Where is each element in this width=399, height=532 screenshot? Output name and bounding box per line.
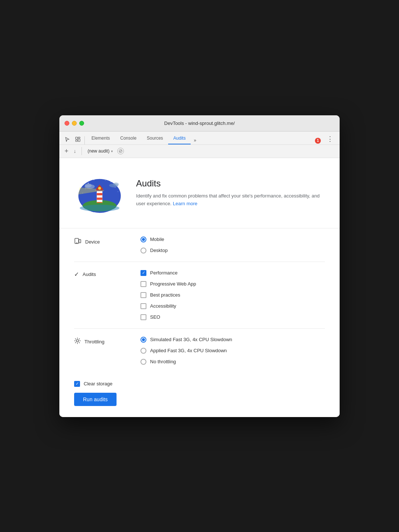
throttling-row: Throttling Simulated Fast 3G, 4x CPU Slo…	[74, 329, 325, 373]
audit-accessibility-checkbox[interactable]	[140, 303, 146, 309]
svg-rect-21	[97, 193, 102, 195]
clear-storage-label: Clear storage	[84, 381, 112, 386]
svg-rect-20	[97, 190, 102, 203]
audit-seo-option[interactable]: SEO	[140, 314, 196, 320]
hero-description: Identify and fix common problems that af…	[136, 192, 325, 208]
audit-bestpractices-option[interactable]: Best practices	[140, 292, 196, 298]
audit-bestpractices-label: Best practices	[150, 292, 180, 298]
audit-pwa-option[interactable]: Progressive Web App	[140, 281, 196, 287]
throttling-none-label: No throttling	[150, 359, 176, 364]
close-button[interactable]	[65, 121, 69, 126]
tab-audits[interactable]: Audits	[168, 133, 191, 144]
window-title: DevTools - wind-sprout.glitch.me/	[164, 120, 235, 126]
titlebar: DevTools - wind-sprout.glitch.me/	[59, 115, 340, 132]
throttling-none-option[interactable]: No throttling	[140, 359, 232, 365]
throttling-text: Throttling	[84, 339, 104, 344]
audit-performance-option[interactable]: ✓ Performance	[140, 270, 196, 276]
audits-options: ✓ Performance Progressive Web App Best p…	[140, 270, 196, 320]
throttling-simulated-label: Simulated Fast 3G, 4x CPU Slowdown	[150, 337, 232, 342]
main-content: Audits Identify and fix common problems …	[59, 158, 340, 417]
audit-performance-label: Performance	[150, 270, 177, 276]
device-mobile-radio[interactable]	[140, 237, 146, 242]
svg-rect-23	[97, 202, 102, 203]
stop-button[interactable]	[117, 148, 124, 154]
svg-rect-31	[76, 243, 77, 243]
throttling-label: Throttling	[74, 337, 133, 346]
learn-more-link[interactable]: Learn more	[173, 201, 197, 206]
traffic-lights	[65, 121, 84, 126]
device-mobile-option[interactable]: Mobile	[140, 237, 168, 242]
device-row: Device Mobile Desktop	[74, 228, 325, 262]
separator2	[81, 147, 82, 155]
audit-bestpractices-checkbox[interactable]	[140, 292, 146, 298]
device-label: Device	[74, 237, 133, 246]
audit-pwa-checkbox[interactable]	[140, 281, 146, 287]
gear-icon	[74, 337, 81, 346]
add-audit-button[interactable]: +	[63, 147, 70, 156]
bottom-section: ✓ Clear storage Run audits	[59, 373, 340, 417]
clear-storage-checkbox[interactable]: ✓	[74, 381, 80, 387]
throttling-options: Simulated Fast 3G, 4x CPU Slowdown Appli…	[140, 337, 232, 365]
svg-rect-0	[76, 137, 77, 139]
audit-seo-checkbox[interactable]	[140, 314, 146, 320]
throttling-simulated-radio[interactable]	[140, 337, 146, 343]
device-desktop-radio[interactable]	[140, 248, 146, 253]
minimize-button[interactable]	[72, 121, 77, 126]
hero-title: Audits	[136, 178, 325, 189]
svg-point-8	[111, 181, 111, 182]
audits-row: ✓ Audits ✓ Performance Progressive Web A…	[74, 262, 325, 329]
download-button[interactable]: ↓	[72, 147, 78, 155]
maximize-button[interactable]	[79, 121, 84, 126]
audit-seo-label: SEO	[150, 314, 160, 320]
device-text: Device	[85, 239, 100, 245]
hero-section: Audits Identify and fix common problems …	[59, 158, 340, 228]
chevron-down-icon: ▾	[111, 149, 113, 153]
tab-sources[interactable]: Sources	[142, 133, 168, 144]
audit-pwa-label: Progressive Web App	[150, 281, 196, 287]
inspect-icon[interactable]	[73, 134, 83, 144]
clear-storage-option[interactable]: ✓ Clear storage	[74, 381, 325, 387]
svg-rect-32	[79, 239, 81, 243]
svg-point-28	[98, 187, 101, 190]
throttling-none-radio[interactable]	[140, 359, 146, 365]
svg-point-33	[76, 340, 79, 342]
device-icon	[74, 237, 81, 246]
throttling-applied-radio[interactable]	[140, 348, 146, 354]
device-options: Mobile Desktop	[140, 237, 168, 253]
run-audits-button[interactable]: Run audits	[74, 393, 117, 406]
audit-dropdown[interactable]: (new audit) ▾	[86, 147, 115, 155]
svg-point-11	[105, 180, 106, 181]
svg-rect-2	[78, 139, 80, 141]
checkmark-icon: ✓	[74, 271, 79, 278]
audit-accessibility-label: Accessibility	[150, 303, 176, 309]
throttling-applied-option[interactable]: Applied Fast 3G, 4x CPU Slowdown	[140, 348, 232, 354]
audit-performance-checkbox[interactable]: ✓	[140, 270, 146, 276]
audit-accessibility-option[interactable]: Accessibility	[140, 303, 196, 309]
dropdown-label: (new audit)	[88, 148, 110, 154]
cursor-icon[interactable]	[62, 134, 73, 144]
throttling-simulated-option[interactable]: Simulated Fast 3G, 4x CPU Slowdown	[140, 337, 232, 343]
device-desktop-option[interactable]: Desktop	[140, 248, 168, 253]
more-tabs-button[interactable]: »	[191, 136, 199, 144]
audits-label: ✓ Audits	[74, 270, 133, 278]
audits-text: Audits	[83, 272, 96, 277]
svg-point-18	[113, 182, 119, 186]
tab-elements[interactable]: Elements	[86, 133, 115, 144]
svg-point-12	[94, 179, 94, 180]
kebab-menu[interactable]: ⋮	[324, 133, 337, 144]
tab-console[interactable]: Console	[115, 133, 142, 144]
svg-rect-22	[97, 197, 102, 200]
throttling-applied-label: Applied Fast 3G, 4x CPU Slowdown	[150, 348, 227, 353]
svg-point-13	[118, 191, 118, 192]
device-mobile-label: Mobile	[150, 237, 164, 242]
svg-rect-3	[76, 140, 77, 141]
error-badge: 1	[312, 137, 324, 144]
nav-tabs: Elements Console Sources Audits » 1 ⋮	[59, 132, 340, 145]
settings-section: Device Mobile Desktop ✓ Audi	[59, 228, 340, 373]
device-desktop-label: Desktop	[150, 248, 168, 253]
svg-point-16	[85, 183, 91, 187]
svg-point-29	[80, 204, 119, 211]
lighthouse-illustration	[74, 169, 125, 217]
svg-line-5	[119, 150, 122, 152]
devtools-window: DevTools - wind-sprout.glitch.me/ Elemen…	[59, 115, 340, 417]
